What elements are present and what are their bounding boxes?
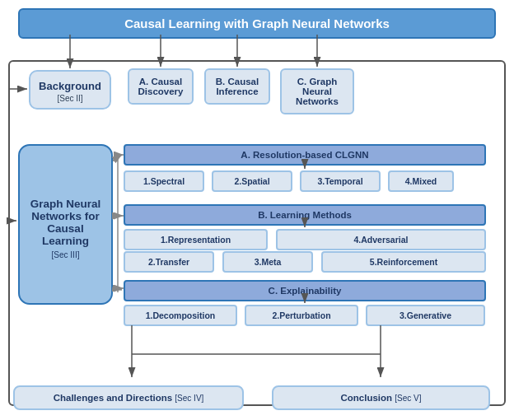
sub-b-2: 2.Transfer: [124, 251, 214, 273]
sub-b-1: 1.Representation: [124, 229, 268, 250]
section-a-label: A. Resolution-based CLGNN: [241, 150, 368, 160]
sub-c-1: 1.Decomposition: [124, 305, 237, 326]
challenges-sec: [Sec IV]: [175, 394, 203, 403]
section-c-header: C. Explainability: [124, 280, 486, 301]
cat-b-label: B. CausalInference: [216, 77, 259, 96]
sub-a-3: 3.Temporal: [300, 170, 381, 192]
cat-c-label: C. Graph NeuralNetworks: [296, 77, 339, 106]
conclusion-label: Conclusion: [340, 393, 392, 403]
gnn-box: Graph NeuralNetworks forCausal Learning …: [18, 144, 113, 305]
title-text: Causal Learning with Graph Neural Networ…: [124, 16, 390, 30]
sub-a-1: 1.Spectral: [124, 170, 204, 192]
sub-a-4: 4.Mixed: [388, 170, 454, 192]
section-c-label: C. Explainability: [269, 286, 342, 296]
sub-b-3: 3.Meta: [222, 251, 313, 273]
cat-a: A. CausalDiscovery: [128, 68, 194, 105]
background-sec: [Sec II]: [37, 94, 103, 103]
cat-c: C. Graph NeuralNetworks: [280, 68, 354, 114]
section-b-label: B. Learning Methods: [258, 210, 352, 220]
section-b-header: B. Learning Methods: [124, 204, 486, 226]
sub-c-3: 3.Generative: [366, 305, 485, 326]
cat-a-label: A. CausalDiscovery: [138, 77, 184, 96]
background-label: Background: [39, 80, 101, 92]
sub-b-4: 4.Adversarial: [276, 229, 486, 250]
sub-a-2: 2.Spatial: [212, 170, 292, 192]
cat-b: B. CausalInference: [204, 68, 270, 105]
diagram: Causal Learning with Graph Neural Networ…: [0, 0, 514, 420]
title-box: Causal Learning with Graph Neural Networ…: [18, 8, 496, 39]
challenges-box: Challenges and Directions [Sec IV]: [13, 385, 244, 410]
gnn-label: Graph NeuralNetworks forCausal Learning: [26, 198, 105, 247]
background-box: Background [Sec II]: [29, 70, 111, 110]
conclusion-box: Conclusion [Sec V]: [272, 385, 490, 410]
sub-b-5: 5.Reinforcement: [321, 251, 486, 273]
conclusion-sec: [Sec V]: [395, 394, 421, 403]
sub-c-2: 2.Perturbation: [245, 305, 358, 326]
challenges-label: Challenges and Directions: [54, 393, 172, 403]
gnn-sec: [Sec III]: [52, 250, 80, 259]
section-a-header: A. Resolution-based CLGNN: [124, 144, 486, 166]
